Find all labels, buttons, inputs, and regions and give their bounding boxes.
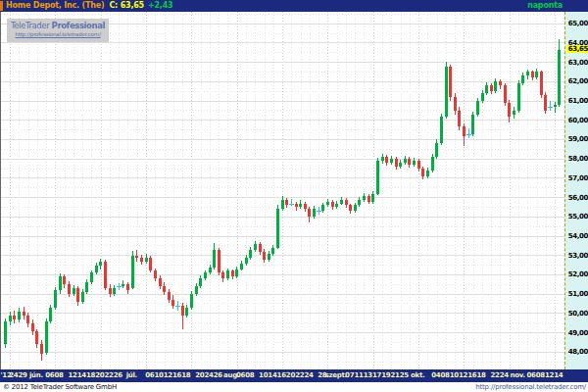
x-tick-label: 18 [477,371,486,379]
x-tick-label: 22 [490,371,499,379]
x-tick-label: 24 [304,371,313,379]
x-tick-label: 12 [545,371,554,379]
x-tick-label: 16 [467,371,476,379]
x-tick-label: 24 [9,371,18,379]
x-tick-label: 08 [55,371,64,379]
x-tick-label: szept. [325,371,347,379]
teletrader-window: Home Depot, Inc. (The) C: 63,65 +2,43 na… [0,0,588,392]
y-tick-label: 51,00 [565,290,588,298]
x-tick-label: 08 [440,371,449,379]
x-tick-label: 20 [286,371,295,379]
x-tick-label: 10 [154,371,163,379]
x-tick-label: 11 [354,371,363,379]
x-tick-label: 22 [105,371,114,379]
x-tick-label: 20 [195,371,204,379]
x-tick-label: okt. [411,371,424,379]
x-tick-label: 18 [86,371,95,379]
y-tick-label: 49,00 [565,329,588,337]
y-tick-label: 55,00 [565,213,588,220]
x-tick-label: 12 [164,371,172,379]
x-tick-label: 18 [181,371,190,379]
x-tick-label: 07 [345,371,354,379]
x-tick-label: 22 [295,371,304,379]
x-tick-label: 25 [400,371,409,379]
y-tick-label: 62,00 [565,77,588,85]
price-change: +2,43 [148,0,172,12]
x-tick-label: 24 [500,371,509,379]
y-tick-label: 57,00 [565,174,588,182]
x-tick-label: 06 [236,371,245,379]
x-tick-label: 20 [95,371,104,379]
x-tick-label: 19 [381,371,390,379]
date-axis[interactable]: '122429jún.0608121418202226júl.061012161… [0,369,588,382]
candles-layer[interactable] [1,12,565,369]
candlestick-plot[interactable]: TeleTrader Professional http://professio… [0,12,564,369]
x-tick-label: 12 [459,371,467,379]
x-tick-label: 16 [172,371,181,379]
y-tick-label: 65,00 [565,20,588,27]
x-tick-label: 10 [259,371,268,379]
current-price-tag: 63,65 [566,45,588,53]
price-axis[interactable]: 63,65 65,0064,0063,0062,0061,0060,0059,0… [564,12,588,369]
x-tick-label: 26 [114,371,122,379]
y-tick-label: 59,00 [565,135,588,143]
x-tick-label: nov. [511,371,525,379]
y-tick-label: 56,00 [565,194,588,202]
y-tick-label: 58,00 [565,155,588,163]
x-tick-label: 17 [372,371,381,379]
x-tick-label: 08 [245,371,254,379]
x-tick-label: 21 [390,371,399,379]
interval-label[interactable]: naponta [527,0,563,12]
accent-stripe-icon [0,1,3,11]
watermark: TeleTrader Professional http://professio… [7,19,109,42]
y-tick-label: 60,00 [565,117,588,124]
y-tick-label: 52,00 [565,270,588,278]
y-tick-label: 50,00 [565,310,588,318]
status-bar: © 2012 TeleTrader Software GmbH http://p… [0,382,588,392]
x-tick-label: júl. [126,371,137,379]
copyright-text: © 2012 TeleTrader Software GmbH [3,382,117,392]
y-tick-label: 48,00 [565,348,588,356]
x-tick-label: jún. [29,371,43,379]
footer-url[interactable]: http://professional.teletrader.com/ [475,382,586,392]
x-tick-label: 26 [214,371,222,379]
x-tick-label: 16 [277,371,286,379]
x-tick-label: 24 [204,371,213,379]
y-tick-label: 53,00 [565,252,588,260]
x-tick-label: 08 [536,371,545,379]
x-tick-label: 12 [68,371,76,379]
x-tick-label: 14 [554,371,563,379]
x-tick-label: 06 [145,371,154,379]
x-tick-label: 13 [364,371,372,379]
y-tick-label: 61,00 [565,97,588,105]
y-tick-label: 63,00 [565,59,588,67]
last-price: C: 63,65 [109,0,144,12]
y-tick-label: 54,00 [565,232,588,240]
x-tick-label: 14 [77,371,86,379]
chart-title-bar: Home Depot, Inc. (The) C: 63,65 +2,43 na… [0,0,588,12]
x-tick-label: 04 [431,371,440,379]
x-tick-label: 06 [526,371,535,379]
watermark-url: http://professional.teletrader.com/ [7,30,109,38]
x-tick-label: 29 [18,371,26,379]
x-tick-label: 06 [45,371,54,379]
watermark-brand: TeleTrader Professional [7,21,109,30]
x-tick-label: 10 [450,371,459,379]
x-tick-label: 14 [268,371,276,379]
symbol-name[interactable]: Home Depot, Inc. (The) [6,0,104,12]
